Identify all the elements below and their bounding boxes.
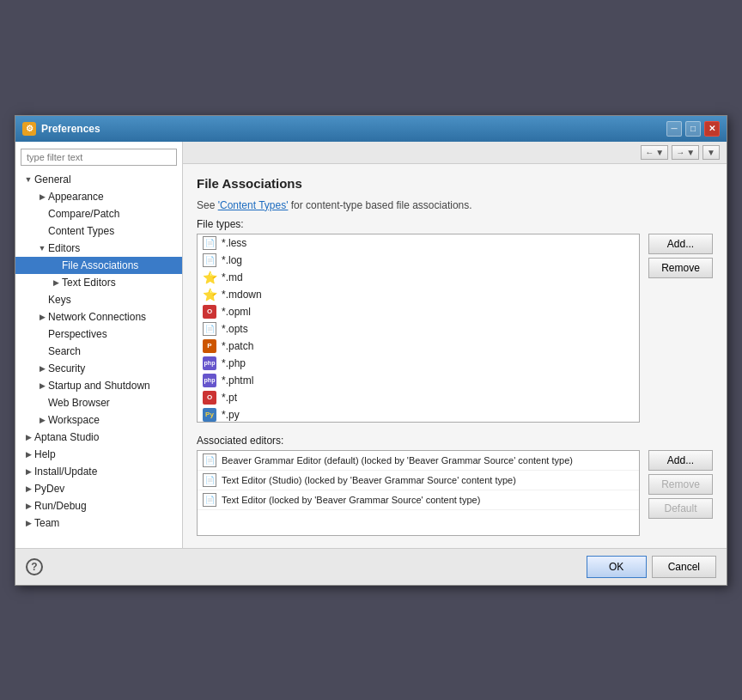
remove-assoc-button[interactable]: Remove [648, 474, 713, 495]
main-panel: ← ▼ → ▼ ▼ File Associations See 'Content… [183, 142, 727, 548]
list-item[interactable]: O *.pt [198, 389, 639, 406]
cancel-button[interactable]: Cancel [652, 556, 716, 578]
assoc-list[interactable]: 📄 Beaver Grammar Editor (default) (locke… [197, 450, 640, 536]
expand-icon-workspace: ▶ [36, 414, 48, 426]
file-list[interactable]: 📄 *.less 📄 *.log ⭐ *.md [197, 234, 640, 423]
sidebar-item-network[interactable]: ▶ Network Connections [15, 308, 182, 326]
file-icon: ⭐ [203, 271, 216, 284]
file-type-label: *.less [222, 237, 246, 249]
list-item[interactable]: php *.phtml [198, 372, 639, 389]
list-item[interactable]: ⭐ *.md [198, 269, 639, 286]
file-icon: O [203, 391, 216, 405]
help-button[interactable]: ? [26, 558, 43, 575]
info-text: See 'Content Types' for content-type bas… [197, 199, 713, 211]
file-icon: 📄 [203, 253, 216, 267]
file-icon: O [203, 305, 216, 319]
sidebar-item-security[interactable]: ▶ Security [15, 360, 182, 377]
sidebar-item-workspace[interactable]: ▶ Workspace [15, 411, 182, 429]
expand-icon-install: ▶ [22, 466, 34, 478]
list-item[interactable]: 📄 *.less [198, 234, 639, 252]
content-area: ▼ General ▶ Appearance Compare/Patch [15, 142, 727, 548]
sidebar-item-run-debug[interactable]: ▶ Run/Debug [15, 497, 182, 514]
dialog-buttons: OK Cancel [587, 556, 716, 578]
file-type-label: *.md [222, 271, 243, 283]
expand-icon-network: ▶ [36, 311, 48, 323]
file-icon: php [203, 356, 216, 370]
file-type-label: *.py [222, 409, 240, 421]
back-button[interactable]: ← ▼ [641, 145, 668, 160]
list-item[interactable]: php *.php [198, 355, 639, 372]
list-item[interactable]: P *.patch [198, 338, 639, 355]
file-icon: Py [203, 408, 216, 422]
spacer-keys [36, 294, 48, 306]
minimize-button[interactable]: ─ [666, 121, 682, 137]
back-icon: ← [645, 148, 654, 157]
sidebar-item-general[interactable]: ▼ General [15, 171, 182, 188]
file-icon: 📄 [203, 236, 216, 250]
expand-icon-security: ▶ [36, 362, 48, 374]
filter-input[interactable] [21, 149, 177, 166]
sidebar-item-pydev[interactable]: ▶ PyDev [15, 480, 182, 497]
assoc-editors-label: Associated editors: [197, 435, 713, 447]
sidebar-item-team[interactable]: ▶ Team [15, 514, 182, 532]
sidebar-item-search[interactable]: Search [15, 343, 182, 360]
sidebar-item-startup[interactable]: ▶ Startup and Shutdown [15, 377, 182, 394]
sidebar-item-editors[interactable]: ▼ Editors [15, 240, 182, 257]
sidebar-item-keys[interactable]: Keys [15, 291, 182, 308]
expand-icon-help: ▶ [22, 448, 34, 460]
list-item[interactable]: 📄 Text Editor (locked by 'Beaver Grammar… [198, 490, 639, 510]
list-item[interactable]: Py *.py [198, 406, 639, 423]
list-item[interactable]: O *.opml [198, 303, 639, 320]
content-types-link[interactable]: 'Content Types' [218, 199, 289, 211]
menu-icon: ▼ [707, 148, 715, 157]
spacer-content [36, 225, 48, 237]
default-assoc-button[interactable]: Default [648, 498, 713, 519]
sidebar-item-text-editors[interactable]: ▶ Text Editors [15, 274, 182, 291]
expand-icon-aptana: ▶ [22, 431, 34, 443]
sidebar-item-web-browser[interactable]: Web Browser [15, 394, 182, 411]
list-item[interactable]: 📄 Beaver Grammar Editor (default) (locke… [198, 451, 639, 471]
assoc-item-label: Beaver Grammar Editor (default) (locked … [222, 455, 573, 466]
add-assoc-button[interactable]: Add... [648, 450, 713, 471]
title-bar-left: ⚙ Preferences [22, 122, 100, 136]
assoc-item-icon: 📄 [203, 473, 216, 487]
file-icon: 📄 [203, 322, 216, 336]
file-type-label: *.log [222, 254, 242, 266]
sidebar-item-install[interactable]: ▶ Install/Update [15, 463, 182, 480]
bottom-bar: ? OK Cancel [15, 548, 727, 585]
assoc-item-icon: 📄 [203, 453, 216, 467]
sidebar-item-content-types[interactable]: Content Types [15, 222, 182, 240]
add-file-type-button[interactable]: Add... [648, 234, 713, 254]
sidebar: ▼ General ▶ Appearance Compare/Patch [15, 142, 183, 548]
forward-icon: → [676, 148, 684, 157]
menu-button[interactable]: ▼ [702, 145, 720, 160]
list-item[interactable]: 📄 *.opts [198, 320, 639, 338]
spacer-fa [50, 259, 62, 271]
forward-button[interactable]: → ▼ [672, 145, 699, 160]
expand-icon-startup: ▶ [36, 380, 48, 392]
main-content: File Associations See 'Content Types' fo… [183, 164, 727, 548]
spacer-persp [36, 328, 48, 340]
info-text-before: See [197, 199, 218, 211]
spacer-compare [36, 208, 48, 220]
list-item[interactable]: 📄 Text Editor (Studio) (locked by 'Beave… [198, 471, 639, 490]
expand-icon-text-editors: ▶ [50, 277, 62, 289]
sidebar-item-aptana[interactable]: ▶ Aptana Studio [15, 429, 182, 446]
ok-button[interactable]: OK [587, 556, 647, 578]
sidebar-item-appearance[interactable]: ▶ Appearance [15, 188, 182, 205]
close-button[interactable]: ✕ [704, 121, 720, 137]
remove-file-type-button[interactable]: Remove [648, 258, 713, 278]
file-type-label: *.opts [222, 323, 248, 335]
list-item[interactable]: 📄 *.log [198, 252, 639, 269]
sidebar-item-compare-patch[interactable]: Compare/Patch [15, 205, 182, 222]
file-type-label: *.opml [222, 306, 251, 318]
sidebar-item-file-associations[interactable]: File Associations [15, 257, 182, 274]
info-text-after: for content-type based file associations… [291, 199, 472, 211]
list-item[interactable]: ⭐ *.mdown [198, 286, 639, 303]
file-type-label: *.mdown [222, 289, 262, 301]
file-type-label: *.phtml [222, 374, 253, 387]
sidebar-item-help[interactable]: ▶ Help [15, 446, 182, 463]
maximize-button[interactable]: □ [685, 121, 701, 137]
file-icon: php [203, 374, 216, 387]
sidebar-item-perspectives[interactable]: Perspectives [15, 326, 182, 343]
